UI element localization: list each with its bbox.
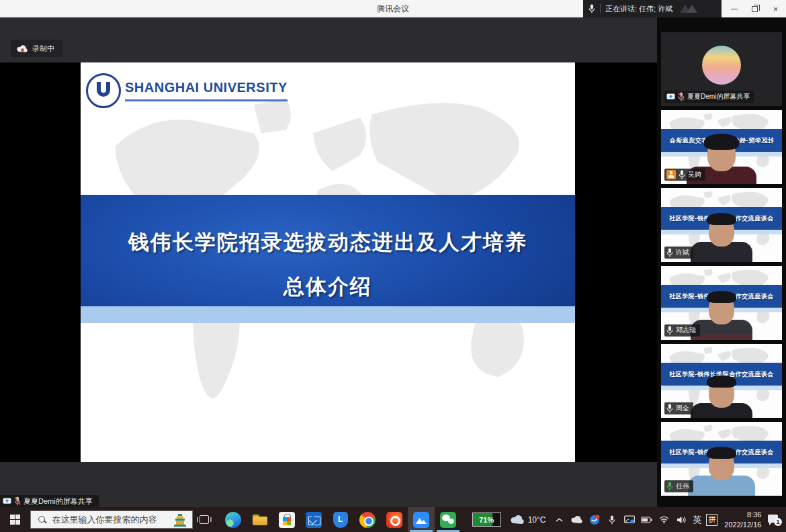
taskbar-app-office[interactable] <box>381 507 408 532</box>
screen-share-banner: 夏夏Demi的屏幕共享 <box>0 495 99 507</box>
taskbar-search[interactable] <box>30 511 193 529</box>
participant-name-label: 吴婍 <box>664 169 705 181</box>
taskbar-app-wechat[interactable] <box>435 507 462 532</box>
participant-name-label: 许斌 <box>664 247 693 259</box>
store-icon <box>279 512 295 528</box>
participant-tile[interactable]: 社区学院-钱伟长学院合作交流座谈会 吴婍 <box>661 110 782 184</box>
battery-widget[interactable]: 71% <box>472 513 501 527</box>
microphone-icon <box>588 4 595 13</box>
microphone-icon <box>679 170 685 179</box>
participant-name-label: 周全 <box>664 402 693 414</box>
participant-tile[interactable]: 社区学院-钱伟长学院合作交流座谈会 任伟 <box>661 422 782 496</box>
search-highlight-icon <box>172 513 188 527</box>
participant-tile[interactable]: 社区学院-钱伟长学院合作交流座谈会 邓志瑞 <box>661 266 782 340</box>
battery-percent: 71% <box>479 516 494 524</box>
recording-label: 录制中 <box>32 44 54 54</box>
participant-name: 邓志瑞 <box>676 326 696 335</box>
microphone-icon[interactable] <box>606 514 617 525</box>
person-head <box>709 294 734 324</box>
participant-name-label: 邓志瑞 <box>664 324 700 337</box>
wechat-icon <box>440 512 456 528</box>
speaking-label: 正在讲话: 任伟; 许斌 <box>605 4 672 14</box>
microphone-icon <box>678 92 685 101</box>
person-head <box>707 136 736 171</box>
wifi-icon[interactable] <box>658 514 670 525</box>
participant-video <box>688 449 755 496</box>
weather-widget[interactable]: 10°C <box>511 515 546 525</box>
participant-tile[interactable]: 夏夏Demi的屏幕共享 <box>661 32 782 106</box>
cloud-recording-icon <box>17 45 28 52</box>
chrome-icon <box>359 512 376 528</box>
task-view-icon <box>200 515 209 524</box>
taskbar-app-edge[interactable] <box>220 507 247 532</box>
taskbar-clock[interactable]: 8:36 2022/12/16 <box>724 510 761 529</box>
slide-accent-strip <box>81 306 575 323</box>
mic-muted-icon <box>14 496 21 506</box>
screen-share-icon <box>666 93 675 101</box>
taskbar-app-store[interactable] <box>273 507 300 532</box>
input-language-indicator[interactable]: 英 <box>693 514 701 526</box>
slide-title-banner: 钱伟长学院招录选拔动态进出及人才培养 总体介绍 <box>81 195 575 306</box>
restore-button[interactable] <box>744 0 765 17</box>
weather-temp: 10°C <box>528 515 546 525</box>
slide-title-line1: 钱伟长学院招录选拔动态进出及人才培养 <box>81 228 575 257</box>
taskbar-app-explorer[interactable] <box>247 507 273 532</box>
shield-icon[interactable] <box>588 514 600 525</box>
tencent-meeting-window: 腾讯会议 正在讲话: 任伟; 许斌 × 录制中 <box>0 0 786 532</box>
participant-tile[interactable]: 社区学院-钱伟长学院合作交流座谈会 许斌 <box>661 188 782 262</box>
battery-icon[interactable] <box>641 514 652 525</box>
participant-name: 许斌 <box>676 248 689 257</box>
taskbar-app-chrome[interactable] <box>354 507 381 532</box>
task-view-button[interactable] <box>193 507 215 532</box>
taskbar-app-security[interactable] <box>327 507 354 532</box>
participant-name: 吴婍 <box>688 170 701 179</box>
tencent-meeting-logo-icon <box>680 3 700 14</box>
slide-title-line2: 总体介绍 <box>81 273 575 301</box>
minimize-icon <box>731 9 738 9</box>
participant-video <box>691 378 752 418</box>
screen-share-stage: SHANGHAI UNIVERSITY 钱伟长学院招录选拔动态进出及人才培养 总… <box>0 62 657 462</box>
explorer-icon <box>252 512 268 528</box>
minimize-button[interactable] <box>724 0 744 17</box>
office-icon <box>386 512 402 528</box>
volume-icon[interactable] <box>676 514 687 525</box>
edge-icon <box>225 512 241 528</box>
screen-share-icon <box>3 498 11 505</box>
participant-name: 任伟 <box>676 482 689 491</box>
security-icon <box>333 512 348 528</box>
person-head <box>709 378 734 408</box>
chevron-up-icon[interactable] <box>554 514 565 525</box>
date: 2022/12/16 <box>724 520 761 529</box>
recording-indicator[interactable]: 录制中 <box>11 40 62 57</box>
taskbar-app-tencent-meeting[interactable] <box>408 507 435 532</box>
cast-icon[interactable] <box>623 514 635 525</box>
notification-count: 1 <box>774 518 782 526</box>
presentation-slide: SHANGHAI UNIVERSITY 钱伟长学院招录选拔动态进出及人才培养 总… <box>81 62 575 462</box>
start-button[interactable] <box>0 507 30 532</box>
screen-share-owner-label: 夏夏Demi的屏幕共享 <box>24 496 93 506</box>
time: 8:36 <box>724 510 761 519</box>
search-icon <box>38 515 47 525</box>
speaking-indicator: 正在讲话: 任伟; 许斌 <box>583 0 722 17</box>
microphone-icon <box>666 482 673 491</box>
cloud-icon[interactable] <box>571 514 582 525</box>
host-badge-icon <box>666 170 676 179</box>
participant-name: 周全 <box>676 404 689 413</box>
taskbar-app-mail[interactable] <box>300 507 327 532</box>
avatar <box>702 46 741 85</box>
participant-name: 夏夏Demi的屏幕共享 <box>687 92 750 101</box>
divider <box>600 4 601 13</box>
ime-indicator[interactable]: 拼 <box>706 514 717 526</box>
participant-video <box>691 216 752 262</box>
mail-icon <box>306 512 322 528</box>
close-button[interactable]: × <box>765 0 786 17</box>
person-head <box>709 449 734 480</box>
microphone-icon <box>666 326 673 335</box>
microphone-icon <box>666 404 673 413</box>
action-center-button[interactable]: 1 <box>768 514 781 526</box>
search-input[interactable] <box>52 515 173 525</box>
windows-logo-icon <box>10 515 20 525</box>
windows-taskbar: 71% 10°C 英 拼 8:36 2022/12/16 1 <box>0 507 786 532</box>
taskbar-apps <box>220 507 462 532</box>
participant-tile[interactable]: 社区学院-钱伟长学院合作交流座谈会 周全 <box>661 344 782 418</box>
